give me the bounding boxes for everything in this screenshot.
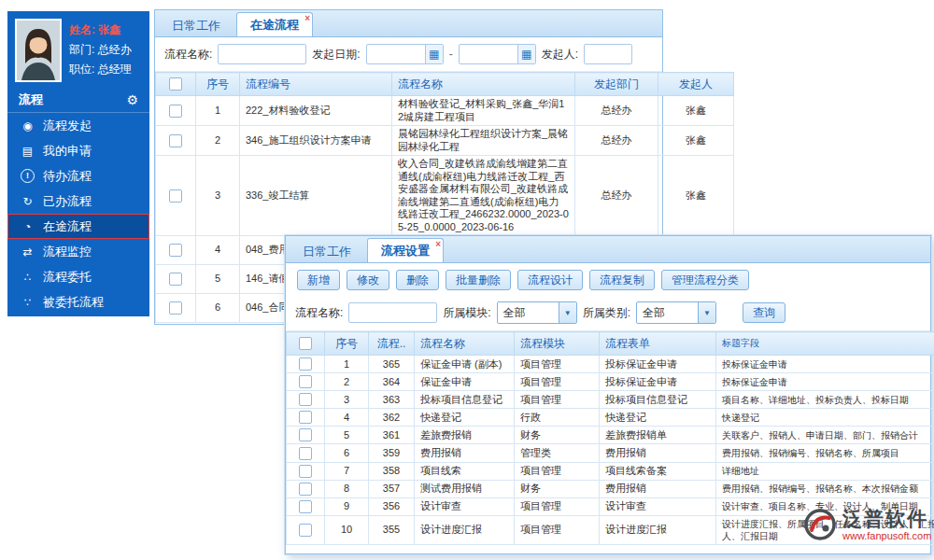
avatar xyxy=(17,21,60,80)
process-copy-button[interactable]: 流程复制 xyxy=(589,270,655,290)
table-row[interactable]: 2346_施工组织设计方案申请晨铭园林绿化工程组织设计方案_晨铭园林绿化工程总经… xyxy=(156,126,734,156)
column-header[interactable]: 标题字段 xyxy=(716,332,934,356)
date-range-separator: - xyxy=(449,48,453,61)
sidebar-item-my-applications[interactable]: ▤我的申请 xyxy=(7,138,149,163)
sidebar-item-pending-processes[interactable]: !待办流程 xyxy=(7,163,149,189)
tab-流程设置[interactable]: 流程设置× xyxy=(367,238,444,262)
cell: 总经办 xyxy=(575,126,658,156)
row-checkbox[interactable] xyxy=(299,411,312,424)
edit-button[interactable]: 修改 xyxy=(347,270,389,290)
cell: 1 xyxy=(325,356,369,373)
select-all-checkbox[interactable] xyxy=(169,77,182,91)
sidebar-item-process-initiate[interactable]: ◉流程发起 xyxy=(7,113,149,138)
search-button[interactable]: 查询 xyxy=(743,302,785,323)
cell: 1 xyxy=(196,96,240,126)
row-checkbox[interactable] xyxy=(299,524,312,537)
row-checkbox[interactable] xyxy=(169,244,182,257)
column-header[interactable]: 流程名称 xyxy=(415,332,515,356)
calendar-icon[interactable]: ▦ xyxy=(517,45,535,63)
start-date-input[interactable] xyxy=(367,47,425,62)
cell: 快递登记 xyxy=(600,409,716,427)
module-select-value: 全部 xyxy=(498,305,559,321)
cell: 差旅费报销 xyxy=(415,427,515,444)
process-name-input[interactable] xyxy=(218,44,306,64)
row-checkbox[interactable] xyxy=(299,375,312,388)
tab-日常工作[interactable]: 日常工作 xyxy=(159,15,234,36)
nodes-alt-icon: ∵ xyxy=(21,296,35,309)
sidebar-item-label: 流程监控 xyxy=(43,244,92,260)
close-icon[interactable]: × xyxy=(435,239,441,249)
table-row[interactable]: 4362快递登记行政快递登记快递登记人事类 xyxy=(287,409,934,427)
initiator-input[interactable] xyxy=(584,44,632,64)
row-checkbox[interactable] xyxy=(299,428,312,441)
cell: 晨铭园林绿化工程组织设计方案_晨铭园林绿化工程 xyxy=(392,126,575,156)
row-checkbox[interactable] xyxy=(299,465,312,478)
add-button[interactable]: 新增 xyxy=(297,270,340,290)
row-checkbox[interactable] xyxy=(299,483,312,496)
select-all-checkbox[interactable] xyxy=(299,337,312,350)
column-header[interactable]: 发起部门 xyxy=(575,73,658,96)
sidebar-item-in-transit-processes[interactable]: ◔在途流程 xyxy=(7,214,149,239)
process-design-button[interactable]: 流程设计 xyxy=(517,270,583,290)
table-row[interactable]: 6359费用报销管理类费用报销费用报销、报销编号、报销名称、所属项目人事类 xyxy=(287,444,934,462)
cell: 361 xyxy=(369,427,415,444)
category-select[interactable]: 全部 ▼ xyxy=(636,301,716,324)
end-date-field[interactable]: ▦ xyxy=(459,44,536,64)
column-header[interactable]: 流程表单 xyxy=(600,332,716,356)
table-row[interactable]: 8357测试费用报销财务费用报销费用报销、报销编号、报销名称、本次报销金额财务类 xyxy=(287,480,934,497)
cell: 2 xyxy=(325,373,369,391)
cell: 222_材料验收登记 xyxy=(240,96,392,126)
table-row[interactable]: 3336_竣工结算收入合同_改建铁路成渝线增建第二直通线(成渝枢纽)电力线路迁改… xyxy=(156,156,734,236)
user-dept: 部门: 总经办 xyxy=(69,40,132,60)
sidebar-item-delegated-processes[interactable]: ∵被委托流程 xyxy=(7,289,149,315)
column-header[interactable]: 流程名称 xyxy=(392,73,575,96)
column-header[interactable]: 流程.. xyxy=(369,332,415,356)
row-checkbox[interactable] xyxy=(299,393,312,406)
batch-delete-button[interactable]: 批量删除 xyxy=(446,270,511,290)
end-date-input[interactable] xyxy=(460,47,517,62)
table-row[interactable]: 3363投标项目信息登记项目管理投标项目信息登记项目名称、详细地址、投标负责人、… xyxy=(287,391,934,409)
cell: 总经办 xyxy=(575,96,658,126)
cell: 9 xyxy=(325,497,369,515)
column-header[interactable]: 序号 xyxy=(196,73,240,96)
row-checkbox[interactable] xyxy=(299,357,312,371)
chevron-down-icon: ▼ xyxy=(698,302,715,323)
manage-category-button[interactable]: 管理流程分类 xyxy=(661,270,749,290)
column-header[interactable]: 序号 xyxy=(325,332,369,356)
calendar-icon[interactable]: ▦ xyxy=(425,45,443,63)
column-header[interactable]: 发起人 xyxy=(658,73,734,96)
row-checkbox[interactable] xyxy=(169,189,182,203)
row-checkbox[interactable] xyxy=(299,500,312,513)
close-icon[interactable]: × xyxy=(304,13,310,23)
row-checkbox[interactable] xyxy=(299,447,312,460)
row-checkbox[interactable] xyxy=(169,134,182,147)
category-select-value: 全部 xyxy=(637,305,698,321)
gear-icon[interactable]: ⚙ xyxy=(126,88,138,112)
sidebar-item-label: 已办流程 xyxy=(43,193,92,210)
tab-bar: 日常工作在途流程× xyxy=(155,10,662,37)
table-row[interactable]: 1222_材料验收登记材料验收登记_材料采购_张鑫_华润12城房建工程项目总经办… xyxy=(156,96,734,126)
cell: 364 xyxy=(369,373,415,391)
tab-日常工作[interactable]: 日常工作 xyxy=(290,241,364,262)
front-process-name-input[interactable] xyxy=(348,302,437,323)
cell: 336_竣工结算 xyxy=(240,156,392,236)
sidebar-item-process-delegate[interactable]: ∴流程委托 xyxy=(7,264,149,289)
delete-button[interactable]: 删除 xyxy=(396,270,439,290)
row-checkbox[interactable] xyxy=(169,273,182,286)
cell: 关联客户、报销人、申请日期、部门、报销合计 xyxy=(716,427,934,444)
cell: 项目管理 xyxy=(515,515,600,544)
module-select[interactable]: 全部 ▼ xyxy=(497,301,577,324)
sidebar-item-process-monitor[interactable]: ⇄流程监控 xyxy=(7,239,149,264)
row-checkbox[interactable] xyxy=(169,105,182,118)
tab-在途流程[interactable]: 在途流程× xyxy=(236,12,313,36)
row-checkbox[interactable] xyxy=(169,301,182,315)
table-row[interactable]: 1365保证金申请 (副本)项目管理投标保证金申请投标保证金申请财务类 xyxy=(287,356,934,373)
start-date-field[interactable]: ▦ xyxy=(366,44,444,64)
column-header[interactable]: 流程编号 xyxy=(240,73,392,96)
logo-text-block: 泛普软件 www.fanpusoft.com xyxy=(842,508,931,541)
column-header[interactable]: 流程模块 xyxy=(515,332,600,356)
table-row[interactable]: 7358项目线索项目管理项目线索备案详细地址人事类 xyxy=(287,462,934,480)
table-row[interactable]: 5361差旅费报销财务差旅费报销单关联客户、报销人、申请日期、部门、报销合计人事… xyxy=(287,427,934,444)
sidebar-item-completed-processes[interactable]: ↻已办流程 xyxy=(7,189,149,214)
table-row[interactable]: 2364保证金申请项目管理投标保证金申请投标保证金申请财务类 xyxy=(287,373,934,391)
